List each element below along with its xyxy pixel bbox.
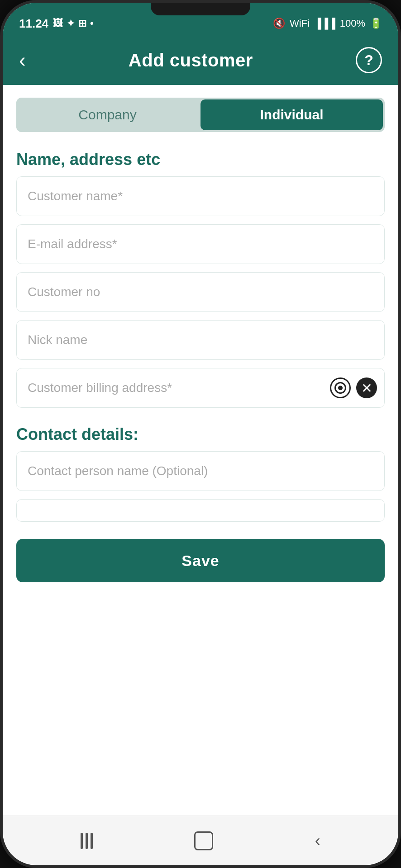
content-area: Company Individual Name, address etc: [3, 85, 398, 816]
customer-no-field[interactable]: [16, 272, 385, 312]
customer-name-group: [3, 176, 398, 216]
status-time: 11.24: [19, 17, 48, 31]
wifi-icon: WiFi: [290, 18, 310, 29]
contact-person-input[interactable]: [28, 464, 373, 478]
billing-field-icons: ✕: [330, 377, 377, 398]
email-address-field[interactable]: [16, 224, 385, 264]
header: ‹ Add customer ?: [3, 35, 398, 85]
email-address-input[interactable]: [28, 237, 373, 251]
help-button[interactable]: ?: [356, 47, 382, 73]
email-address-group: [3, 224, 398, 264]
signal-icon: ▐▐▐: [314, 18, 335, 29]
screen: 11.24 🖼 ✦ ⊞ • 🔇 WiFi ▐▐▐ 100% 🔋 ‹ Add cu…: [3, 3, 398, 865]
bottom-nav: ‹: [3, 816, 398, 865]
customer-name-field[interactable]: [16, 176, 385, 216]
billing-address-input[interactable]: [28, 381, 330, 395]
customer-name-input[interactable]: [28, 189, 373, 203]
contact-extra-input[interactable]: [28, 503, 373, 518]
back-button[interactable]: ‹: [19, 50, 26, 70]
tab-individual[interactable]: Individual: [200, 99, 383, 130]
status-left: 11.24 🖼 ✦ ⊞ •: [19, 17, 94, 31]
nick-name-field[interactable]: [16, 320, 385, 360]
billing-address-group: ✕: [3, 368, 398, 408]
side-button: [398, 184, 401, 220]
contact-extra-field[interactable]: [16, 499, 385, 522]
clear-address-icon[interactable]: ✕: [356, 377, 377, 398]
contact-extra-group: [3, 499, 398, 522]
tab-company[interactable]: Company: [16, 98, 199, 132]
battery-icon: 🔋: [370, 18, 382, 29]
glasses-icon: ⊞: [78, 18, 86, 29]
grid-icon: ✦: [67, 18, 75, 29]
nav-home[interactable]: [194, 831, 213, 850]
tab-container: Company Individual: [3, 85, 398, 141]
contact-person-group: [3, 451, 398, 491]
toggle-tabs: Company Individual: [16, 98, 385, 132]
billing-address-field[interactable]: ✕: [16, 368, 385, 408]
nav-recents[interactable]: [81, 833, 93, 849]
nick-name-group: [3, 320, 398, 360]
location-target-icon[interactable]: [330, 377, 351, 398]
status-right: 🔇 WiFi ▐▐▐ 100% 🔋: [273, 18, 382, 29]
dot-icon: •: [90, 18, 94, 29]
target-ring: [334, 382, 346, 394]
photo-icon: 🖼: [53, 18, 63, 29]
phone-notch: [151, 3, 250, 15]
battery-text: 100%: [340, 18, 365, 29]
customer-no-group: [3, 272, 398, 312]
status-icons-left: 🖼 ✦ ⊞ •: [53, 18, 94, 29]
page-title: Add customer: [129, 50, 253, 71]
home-icon: [194, 831, 213, 850]
phone-shell: 11.24 🖼 ✦ ⊞ • 🔇 WiFi ▐▐▐ 100% 🔋 ‹ Add cu…: [0, 0, 401, 868]
nav-back[interactable]: ‹: [315, 831, 320, 850]
recents-icon: [81, 833, 93, 849]
customer-no-input[interactable]: [28, 285, 373, 299]
name-section-title: Name, address etc: [3, 141, 398, 176]
contact-section-title: Contact details:: [3, 416, 398, 451]
nick-name-input[interactable]: [28, 333, 373, 347]
save-button[interactable]: Save: [16, 539, 385, 582]
back-icon: ‹: [315, 831, 320, 850]
contact-person-field[interactable]: [16, 451, 385, 491]
save-button-container: Save: [3, 530, 398, 596]
mute-icon: 🔇: [273, 18, 285, 29]
